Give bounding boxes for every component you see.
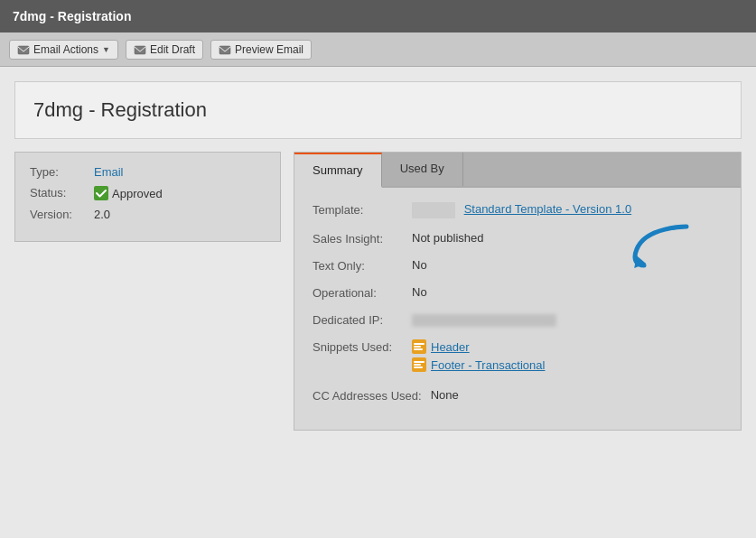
operational-label: Operational: <box>313 285 403 300</box>
window-title: 7dmg - Registration <box>13 9 131 23</box>
snippet-footer-icon <box>412 357 426 372</box>
status-label: Status: <box>30 186 89 199</box>
cc-addresses-label: CC Addresses Used: <box>313 388 422 403</box>
template-link[interactable]: Standard Template - Version 1.0 <box>464 202 632 216</box>
snippet-header-icon <box>412 339 426 354</box>
sales-insight-label: Sales Insight: <box>313 231 403 246</box>
snippet-footer: Footer - Transactional <box>412 357 723 372</box>
snippet-header-link[interactable]: Header <box>431 340 470 354</box>
page-title-box: 7dmg - Registration <box>14 81 742 139</box>
email-actions-icon <box>17 43 30 56</box>
type-row: Type: Email <box>30 165 266 179</box>
template-value: Standard Template - Version 1.0 <box>412 202 723 218</box>
snippet-header: Header <box>412 339 723 354</box>
template-thumbnail <box>412 202 455 218</box>
preview-email-label: Preview Email <box>235 43 303 56</box>
email-actions-label: Email Actions <box>33 43 98 56</box>
edit-draft-button[interactable]: Edit Draft <box>126 40 203 60</box>
svg-rect-10 <box>414 361 425 363</box>
tab-summary[interactable]: Summary <box>294 153 382 188</box>
title-bar: 7dmg - Registration <box>0 0 756 32</box>
dropdown-arrow-icon: ▼ <box>102 45 110 54</box>
svg-rect-7 <box>414 346 421 348</box>
svg-rect-0 <box>18 46 29 54</box>
svg-rect-2 <box>219 46 230 54</box>
blue-arrow-icon <box>628 222 691 272</box>
svg-marker-4 <box>634 255 647 270</box>
tab-used-by-label: Used By <box>400 162 444 175</box>
status-text: Approved <box>112 187 163 200</box>
ip-blur-placeholder <box>412 314 556 327</box>
version-value: 2.0 <box>94 208 110 221</box>
template-row: Template: Standard Template - Version 1.… <box>313 202 723 218</box>
svg-rect-12 <box>414 366 423 368</box>
preview-email-icon <box>219 43 231 56</box>
content-area: 7dmg - Registration Type: Email Status: … <box>0 67 756 538</box>
tabs: Summary Used By <box>294 153 741 188</box>
type-label: Type: <box>30 165 89 179</box>
dedicated-ip-row: Dedicated IP: <box>313 312 723 327</box>
svg-rect-11 <box>414 364 421 366</box>
snippets-used-row: Snippets Used: Header <box>313 339 723 376</box>
text-only-label: Text Only: <box>313 258 403 273</box>
version-label: Version: <box>30 208 89 221</box>
version-row: Version: 2.0 <box>30 208 266 221</box>
type-value[interactable]: Email <box>94 165 124 179</box>
detail-panel: Summary Used By Template: <box>294 152 742 431</box>
tab-summary-label: Summary <box>313 163 363 177</box>
page-title: 7dmg - Registration <box>33 98 723 122</box>
edit-draft-label: Edit Draft <box>150 43 195 56</box>
preview-email-button[interactable]: Preview Email <box>210 40 312 60</box>
dedicated-ip-value <box>412 312 723 327</box>
info-panel: Type: Email Status: Approved Version: 2.… <box>14 152 281 242</box>
toolbar: Email Actions ▼ Edit Draft Preview Email <box>0 32 756 67</box>
svg-rect-6 <box>414 343 425 345</box>
operational-row: Operational: No <box>313 285 723 300</box>
approved-icon <box>94 186 108 200</box>
email-actions-button[interactable]: Email Actions ▼ <box>9 40 118 60</box>
template-label: Template: <box>313 202 403 217</box>
snippet-footer-link[interactable]: Footer - Transactional <box>431 358 545 372</box>
main-grid: Type: Email Status: Approved Version: 2.… <box>14 152 742 431</box>
snippets-list: Header Footer - Transactional <box>412 339 723 376</box>
summary-content: Template: Standard Template - Version 1.… <box>294 188 741 430</box>
svg-rect-8 <box>414 348 423 350</box>
dedicated-ip-label: Dedicated IP: <box>313 312 403 327</box>
cc-addresses-value: None <box>431 388 723 402</box>
svg-rect-1 <box>135 46 145 54</box>
cc-addresses-row: CC Addresses Used: None <box>313 388 723 403</box>
edit-draft-icon <box>134 43 146 56</box>
snippets-used-label: Snippets Used: <box>313 339 403 354</box>
status-row: Status: Approved <box>30 186 266 200</box>
operational-value: No <box>412 285 723 299</box>
status-value: Approved <box>94 186 163 200</box>
tab-used-by[interactable]: Used By <box>382 153 463 186</box>
